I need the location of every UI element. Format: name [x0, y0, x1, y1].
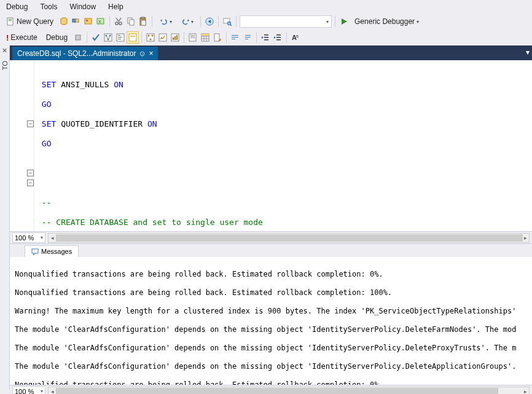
toolbar-sql: ! Execute Debug AB	[0, 30, 532, 45]
close-dock-icon[interactable]: ✕	[1, 46, 9, 55]
toolbar-main: New Query X ▾ ▾ ▾ Generic Debugger ▾	[0, 14, 532, 30]
separator	[109, 16, 110, 27]
increase-indent-icon[interactable]	[272, 32, 283, 43]
cancel-query-icon[interactable]	[72, 32, 84, 43]
svg-rect-68	[32, 249, 38, 253]
menu-help[interactable]: Help	[102, 1, 130, 12]
cut-icon[interactable]	[113, 16, 124, 27]
copy-icon[interactable]	[125, 16, 136, 27]
new-query-icon	[6, 17, 15, 26]
execute-button[interactable]: ! Execute	[2, 32, 41, 44]
scroll-left-icon[interactable]: ◂	[49, 234, 56, 242]
scroll-left-icon[interactable]: ◂	[49, 387, 56, 395]
svg-line-20	[230, 25, 232, 26]
close-tab-icon[interactable]: ×	[149, 49, 153, 58]
menu-tools[interactable]: Tools	[34, 1, 63, 12]
zoom-value: 100 %	[15, 388, 34, 395]
navigate-back-icon[interactable]	[204, 16, 215, 27]
fold-minus-icon[interactable]: −	[27, 170, 34, 176]
menu-window[interactable]: Window	[63, 1, 102, 12]
message-line: Nonqualified transactions are being roll…	[15, 380, 527, 385]
svg-rect-40	[176, 35, 178, 40]
database-engine-query-icon[interactable]	[58, 16, 69, 27]
analysis-mdx-query-icon[interactable]	[71, 16, 82, 27]
svg-rect-6	[85, 18, 92, 24]
zoom-combo-editor[interactable]: 100 %▾	[12, 232, 45, 243]
uncomment-icon[interactable]	[242, 32, 253, 43]
svg-point-35	[150, 39, 152, 41]
separator	[335, 16, 335, 27]
editor-hscrollbar[interactable]: ◂ ▸	[48, 233, 530, 243]
separator	[218, 16, 219, 27]
query-options-icon[interactable]	[115, 32, 126, 43]
undo-icon	[159, 17, 168, 26]
message-line: Warning! The maximum key length for a cl…	[15, 307, 527, 316]
svg-rect-61	[276, 34, 281, 36]
fold-minus-icon[interactable]: −	[27, 120, 34, 127]
comment-icon[interactable]	[230, 32, 241, 43]
svg-rect-13	[130, 20, 134, 25]
svg-rect-7	[86, 20, 88, 22]
live-stats-icon[interactable]	[157, 32, 168, 43]
svg-rect-62	[276, 37, 281, 38]
paste-icon[interactable]	[138, 16, 149, 27]
svg-rect-63	[276, 39, 281, 41]
results-grid-icon[interactable]	[200, 32, 211, 43]
code-text: ON	[147, 119, 157, 128]
find-icon[interactable]	[222, 16, 233, 27]
decrease-indent-icon[interactable]	[260, 32, 271, 43]
zoom-combo-messages[interactable]: 100 %▾	[12, 386, 45, 394]
svg-rect-21	[76, 35, 80, 40]
svg-rect-55	[245, 35, 251, 36]
svg-rect-5	[76, 19, 79, 22]
solution-configs-combo[interactable]: ▾	[240, 15, 332, 28]
menu-debug[interactable]: Debug	[0, 1, 34, 12]
redo-button[interactable]: ▾	[177, 16, 197, 27]
tab-createdb-sql[interactable]: CreateDB.sql - SQL2...Administrator ⊙ ×	[12, 47, 158, 60]
vertical-dock-label[interactable]: TO	[1, 61, 9, 70]
code-text: ON	[114, 80, 123, 89]
svg-rect-18	[224, 18, 230, 23]
message-line: Nonqualified transactions are being roll…	[15, 288, 527, 297]
messages-output[interactable]: Nonqualified transactions are being roll…	[10, 257, 532, 385]
svg-rect-60	[264, 39, 268, 41]
messages-tab-label: Messages	[41, 248, 72, 255]
code-text: ANSI_NULLS	[56, 80, 114, 89]
svg-rect-58	[264, 34, 268, 36]
new-query-button[interactable]: New Query	[2, 16, 57, 27]
pin-icon[interactable]: ⊙	[139, 50, 145, 58]
results-text-icon[interactable]	[187, 32, 198, 43]
tab-title: CreateDB.sql - SQL2...Administrator	[17, 49, 136, 58]
analysis-dmx-query-icon[interactable]	[83, 16, 94, 27]
messages-hscrollbar[interactable]: ◂ ▸	[48, 387, 530, 395]
svg-point-10	[115, 22, 118, 25]
specify-values-icon[interactable]: AB	[290, 32, 301, 43]
actual-plan-icon[interactable]	[145, 32, 156, 43]
results-file-icon[interactable]	[212, 32, 223, 43]
svg-rect-52	[232, 35, 238, 36]
separator	[286, 32, 287, 43]
debug-button[interactable]: Debug	[42, 32, 71, 43]
generic-debugger-combo[interactable]: Generic Debugger ▾	[351, 16, 423, 27]
generic-debugger-label: Generic Debugger	[354, 17, 415, 26]
client-stats-icon[interactable]	[170, 32, 181, 43]
undo-button[interactable]: ▾	[155, 16, 176, 27]
intellisense-icon[interactable]	[127, 32, 138, 43]
analysis-xmla-query-icon[interactable]: X	[95, 16, 106, 27]
parse-icon[interactable]	[90, 32, 101, 43]
scroll-thumb[interactable]	[56, 234, 523, 242]
svg-rect-0	[7, 18, 13, 25]
scroll-right-icon[interactable]: ▸	[522, 387, 529, 395]
svg-rect-28	[118, 37, 122, 37]
tab-overflow-icon[interactable]: ▾	[526, 48, 530, 57]
fold-minus-icon[interactable]: −	[27, 179, 34, 186]
code-editor[interactable]: − − − SET ANSI_NULLS ON GO SET QUOTED_ID…	[10, 60, 532, 231]
messages-tab[interactable]: Messages	[25, 245, 79, 257]
scroll-right-icon[interactable]: ▸	[522, 234, 529, 242]
svg-text:X: X	[98, 20, 101, 24]
start-icon[interactable]	[338, 16, 350, 27]
code-text: -- CREATE DATABASE and set to single use…	[42, 218, 263, 227]
code-text: GO	[42, 139, 52, 148]
scroll-thumb[interactable]	[56, 388, 498, 395]
estimated-plan-icon[interactable]	[103, 32, 114, 43]
